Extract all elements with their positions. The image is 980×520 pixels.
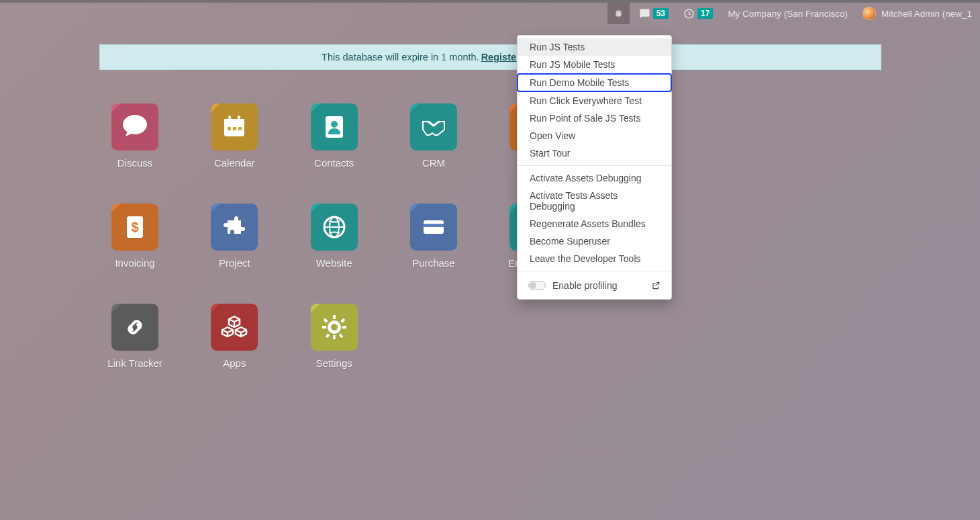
messages-count: 53 [653, 8, 669, 19]
app-label-project: Project [219, 257, 250, 269]
app-tile-website [311, 204, 358, 251]
profiling-label: Enable profiling [552, 280, 618, 291]
app-tile-purchase [410, 204, 457, 251]
debug-menu-item[interactable]: Start Tour [518, 144, 671, 162]
dollar-doc-icon [120, 212, 150, 242]
cubes-icon [219, 312, 249, 342]
avatar [863, 7, 876, 20]
app-tile-project [211, 204, 258, 251]
app-project[interactable]: Project [201, 204, 268, 269]
app-contacts[interactable]: Contacts [301, 103, 368, 169]
banner-text: This database will expire in 1 month. [322, 52, 479, 62]
enable-profiling-row: Enable profiling [518, 275, 671, 296]
app-tile-link [111, 304, 158, 351]
app-purchase[interactable]: Purchase [400, 204, 467, 269]
company-switcher[interactable]: My Company (San Francisco) [722, 3, 853, 24]
debug-menu-item[interactable]: Run Demo Mobile Tests [517, 73, 672, 92]
app-label-link: Link Tracker [107, 357, 162, 369]
bug-icon [613, 8, 624, 19]
clock-icon [683, 8, 695, 19]
calendar-icon [219, 112, 249, 142]
debug-menu-item[interactable]: Become Superuser [518, 232, 671, 250]
app-crm[interactable]: CRM [400, 103, 467, 169]
debug-menu-item[interactable]: Open View [518, 127, 671, 144]
debug-menu-item[interactable]: Run JS Mobile Tests [518, 56, 671, 73]
app-tile-contacts [311, 103, 358, 150]
debug-menu-item[interactable]: Run Click Everywhere Test [518, 92, 671, 110]
app-label-purchase: Purchase [412, 257, 454, 269]
app-tile-calendar [211, 103, 258, 150]
card-icon [419, 212, 448, 242]
messages-button[interactable]: 53 [634, 3, 674, 24]
globe-icon [320, 212, 349, 242]
app-label-discuss: Discuss [117, 157, 153, 169]
app-tile-crm [410, 103, 457, 150]
top-menu: 53 17 My Company (San Francisco) Mitchel… [607, 3, 980, 24]
app-apps[interactable]: Apps [201, 304, 268, 369]
debug-menu-item[interactable]: Run Point of Sale JS Tests [518, 110, 671, 127]
handshake-icon [419, 112, 448, 142]
app-calendar[interactable]: Calendar [201, 103, 268, 169]
user-name: Mitchell Admin (new_1 [881, 9, 972, 19]
app-label-contacts: Contacts [314, 157, 354, 169]
debug-menu-toggle[interactable] [607, 3, 630, 24]
activities-count: 17 [697, 8, 713, 19]
app-label-settings: Settings [316, 357, 352, 369]
link-icon [120, 312, 150, 342]
app-label-website: Website [316, 257, 352, 269]
debug-menu-item[interactable]: Regenerate Assets Bundles [518, 215, 671, 232]
profiling-toggle[interactable] [528, 281, 546, 290]
debug-menu-item[interactable]: Activate Assets Debugging [518, 169, 671, 187]
debug-menu-item[interactable]: Activate Tests Assets Debugging [518, 187, 671, 215]
debug-menu-item[interactable]: Leave the Developer Tools [518, 250, 671, 267]
app-discuss[interactable]: Discuss [101, 103, 168, 169]
app-label-apps: Apps [223, 357, 246, 369]
app-tile-settings [311, 304, 358, 351]
app-tile-discuss [111, 103, 158, 150]
app-website[interactable]: Website [301, 204, 368, 269]
app-invoicing[interactable]: Invoicing [101, 204, 168, 269]
activities-button[interactable]: 17 [678, 3, 718, 24]
app-tile-apps [211, 304, 258, 351]
debug-dropdown: Run JS TestsRun JS Mobile TestsRun Demo … [517, 35, 672, 300]
debug-menu-item[interactable]: Run JS Tests [518, 38, 671, 56]
external-link-icon[interactable] [651, 281, 660, 290]
contact-icon [320, 112, 349, 142]
app-label-crm: CRM [422, 157, 445, 169]
gear-icon [320, 312, 349, 342]
app-link[interactable]: Link Tracker [101, 304, 168, 369]
app-label-calendar: Calendar [214, 157, 255, 169]
app-tile-invoicing [111, 204, 158, 251]
speech-icon [120, 112, 150, 142]
user-menu[interactable]: Mitchell Admin (new_1 [857, 3, 977, 24]
app-settings[interactable]: Settings [301, 304, 368, 369]
expiration-banner: This database will expire in 1 month. Re… [99, 44, 881, 70]
puzzle-icon [219, 212, 249, 242]
chat-icon [639, 8, 650, 19]
company-name: My Company (San Francisco) [728, 9, 848, 19]
app-label-invoicing: Invoicing [115, 257, 154, 269]
